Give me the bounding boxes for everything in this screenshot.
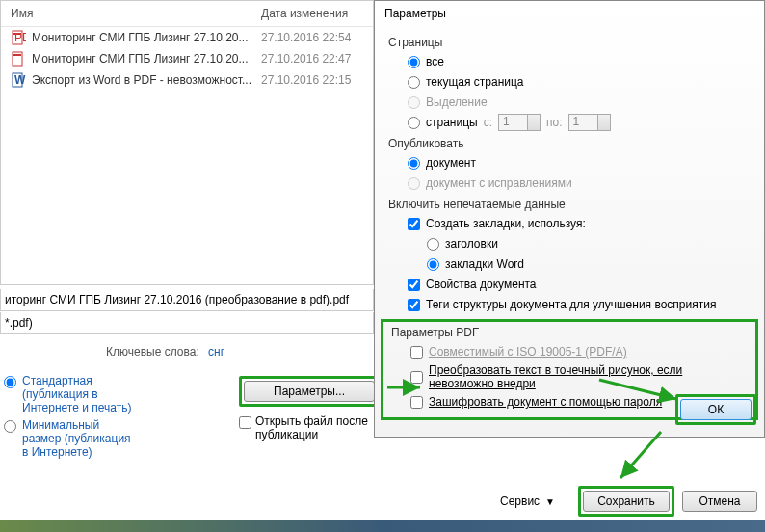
- pages-current[interactable]: текущая страница: [408, 73, 751, 91]
- pages-range-row[interactable]: страницы с: 1 по: 1: [408, 114, 751, 131]
- radio-headings[interactable]: [427, 238, 439, 251]
- open-after-row[interactable]: Открыть файл после публикации: [239, 414, 380, 441]
- file-date: 27.10.2016 22:47: [261, 52, 351, 66]
- file-row[interactable]: Мониторинг СМИ ГПБ Лизинг 27.10.20... 27…: [1, 48, 373, 69]
- checkbox-iso-label: Совместимый с ISO 19005-1 (PDF/A): [429, 345, 627, 359]
- radio-doc-fix-label: документ с исправлениями: [426, 176, 572, 190]
- dialog-footer: ОК: [675, 394, 756, 425]
- checkbox-props-label: Свойства документа: [426, 278, 537, 291]
- param-area: Параметры... Открыть файл после публикац…: [239, 376, 380, 441]
- radio-minimal[interactable]: [4, 420, 16, 433]
- check-iso[interactable]: Совместимый с ISO 19005-1 (PDF/A): [410, 343, 748, 360]
- service-dropdown[interactable]: Сервис ▼: [500, 494, 555, 508]
- pdf-icon: [11, 51, 26, 66]
- radio-doc-label: документ: [426, 156, 476, 170]
- ok-button[interactable]: ОК: [680, 399, 752, 420]
- section-pages: Страницы: [388, 36, 751, 49]
- file-date: 27.10.2016 22:15: [261, 73, 351, 87]
- radio-doc[interactable]: [408, 157, 420, 170]
- taskbar-edge: [0, 520, 765, 532]
- open-after-label: Открыть файл после публикации: [255, 414, 368, 441]
- svg-line-9: [620, 432, 661, 478]
- word-icon: W: [11, 72, 26, 88]
- filename-field[interactable]: иторинг СМИ ГПБ Лизинг 27.10.2016 (преоб…: [0, 289, 374, 311]
- optimize-minimal[interactable]: Минимальный размер (публикация в Интерне…: [4, 418, 131, 459]
- range-to-label: по:: [546, 116, 563, 129]
- radio-all[interactable]: [408, 56, 420, 68]
- check-props[interactable]: Свойства документа: [408, 276, 751, 293]
- radio-word-bm[interactable]: [427, 258, 439, 271]
- publish-doc[interactable]: документ: [408, 154, 751, 172]
- svg-text:W: W: [14, 73, 26, 87]
- range-from-spinner[interactable]: 1: [498, 114, 541, 131]
- file-row[interactable]: PDF Мониторинг СМИ ГПБ Лизинг 27.10.20..…: [1, 27, 373, 48]
- column-date[interactable]: Дата изменения: [261, 7, 348, 20]
- radio-standard-label: Стандартная (публикация в Интернете и пе…: [22, 374, 131, 414]
- pages-all[interactable]: все: [408, 53, 751, 70]
- radio-selection-label: Выделение: [426, 95, 488, 109]
- checkbox-bitmap[interactable]: [410, 371, 423, 384]
- file-list-panel: Имя Дата изменения PDF Мониторинг СМИ ГП…: [0, 0, 374, 285]
- radio-all-label: все: [426, 55, 444, 68]
- radio-word-bm-label: закладки Word: [445, 257, 524, 271]
- radio-doc-fix: [408, 177, 420, 190]
- checkbox-encrypt[interactable]: [410, 396, 423, 409]
- range-from-label: с:: [484, 116, 492, 129]
- save-highlight: Сохранить: [578, 486, 674, 517]
- keywords-row: Ключевые слова: снг: [106, 345, 224, 359]
- cancel-button[interactable]: Отмена: [682, 491, 757, 512]
- bookmarks-headings[interactable]: заголовки: [427, 235, 751, 253]
- keywords-label: Ключевые слова:: [106, 345, 199, 359]
- check-bookmarks[interactable]: Создать закладки, используя:: [408, 215, 751, 232]
- radio-current-label: текущая страница: [426, 75, 524, 89]
- pdf-icon: PDF: [11, 30, 26, 45]
- pages-selection: Выделение: [408, 93, 751, 111]
- ok-highlight: ОК: [675, 394, 756, 425]
- save-button[interactable]: Сохранить: [583, 491, 670, 512]
- service-label: Сервис: [500, 494, 540, 508]
- optimize-standard[interactable]: Стандартная (публикация в Интернете и пе…: [4, 374, 131, 414]
- section-pdf-params: Параметры PDF: [391, 326, 748, 339]
- file-rows: PDF Мониторинг СМИ ГПБ Лизинг 27.10.20..…: [1, 27, 373, 91]
- parameters-highlight: Параметры...: [239, 376, 380, 407]
- checkbox-iso[interactable]: [410, 346, 423, 359]
- radio-range-label: страницы: [426, 116, 478, 129]
- optimize-options: Стандартная (публикация в Интернете и пе…: [4, 374, 131, 463]
- dialog-title: Параметры: [375, 1, 764, 26]
- bottom-bar: Сервис ▼ Сохранить Отмена: [500, 486, 757, 517]
- checkbox-bookmarks-label: Создать закладки, используя:: [426, 217, 586, 230]
- parameters-dialog: Параметры Страницы все текущая страница …: [374, 0, 765, 438]
- checkbox-bookmarks[interactable]: [408, 218, 420, 230]
- checkbox-tags[interactable]: [408, 299, 420, 311]
- radio-minimal-label: Минимальный размер (публикация в Интерне…: [22, 418, 131, 459]
- file-name: Мониторинг СМИ ГПБ Лизинг 27.10.20...: [32, 31, 261, 44]
- dialog-body: Страницы все текущая страница Выделение …: [375, 26, 764, 430]
- file-list-header: Имя Дата изменения: [1, 1, 373, 27]
- radio-standard[interactable]: [4, 376, 16, 388]
- column-name[interactable]: Имя: [11, 7, 261, 20]
- chevron-down-icon: ▼: [545, 496, 555, 507]
- radio-current[interactable]: [408, 76, 420, 89]
- radio-selection: [408, 96, 420, 109]
- section-nonprint: Включить непечатаемые данные: [388, 198, 751, 211]
- filetype-field[interactable]: *.pdf): [0, 312, 374, 334]
- parameters-button[interactable]: Параметры...: [244, 381, 375, 402]
- svg-text:PDF: PDF: [14, 31, 26, 44]
- check-bitmap[interactable]: Преобразовать текст в точечный рисунок, …: [410, 363, 748, 390]
- section-publish: Опубликовать: [388, 137, 751, 150]
- checkbox-bitmap-label: Преобразовать текст в точечный рисунок, …: [429, 363, 748, 390]
- checkbox-tags-label: Теги структуры документа для улучшения в…: [426, 298, 716, 311]
- svg-rect-4: [13, 54, 21, 56]
- checkbox-props[interactable]: [408, 279, 420, 291]
- file-date: 27.10.2016 22:54: [261, 31, 351, 44]
- publish-doc-fix: документ с исправлениями: [408, 174, 751, 192]
- keywords-value[interactable]: снг: [208, 345, 224, 359]
- range-to-spinner[interactable]: 1: [568, 114, 611, 131]
- file-row[interactable]: W Экспорт из Word в PDF - невозможност..…: [1, 69, 373, 91]
- radio-range[interactable]: [408, 117, 420, 129]
- file-name: Мониторинг СМИ ГПБ Лизинг 27.10.20...: [32, 52, 261, 66]
- check-tags[interactable]: Теги структуры документа для улучшения в…: [408, 296, 751, 313]
- open-after-checkbox[interactable]: [239, 416, 251, 429]
- bookmarks-word[interactable]: закладки Word: [427, 255, 751, 273]
- radio-headings-label: заголовки: [445, 237, 498, 251]
